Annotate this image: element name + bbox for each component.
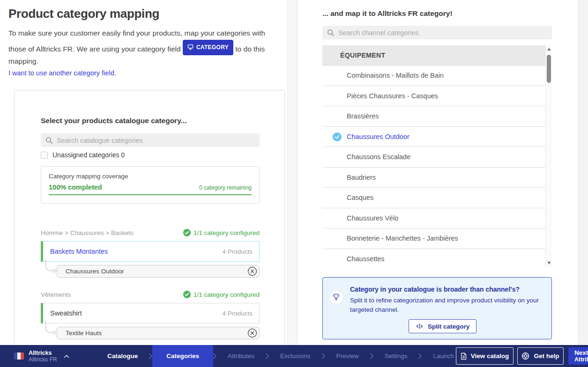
- bottom-navigation-bar: Alltricks Alltricks FR Catalogue Categor…: [0, 345, 588, 367]
- info-box-body: Split it to refine categorization and im…: [350, 296, 552, 315]
- chevron-up-icon: [64, 354, 69, 358]
- get-help-label: Get help: [534, 352, 559, 360]
- status-badge: 1/1 category configured: [183, 229, 260, 236]
- search-icon: [45, 137, 53, 144]
- channel-category-item[interactable]: Pièces Chaussures - Casques: [322, 86, 545, 107]
- catalogue-category-name: Sweatshirt: [50, 309, 82, 317]
- get-help-button[interactable]: Get help: [517, 347, 564, 365]
- chevron-right-icon: [322, 353, 325, 359]
- category-mapping-page: Product category mapping To make sure yo…: [0, 0, 588, 367]
- channel-category-item[interactable]: Bonneterie - Manchettes - Jambières: [322, 228, 545, 249]
- mapping-connector: [45, 259, 55, 271]
- brand-name: Alltricks: [29, 350, 57, 356]
- channel-category-item[interactable]: Chaussures Vélo: [322, 208, 545, 229]
- channel-list-scrollbar[interactable]: [545, 45, 552, 267]
- lightbulb-icon-circle: [329, 290, 343, 304]
- channel-category-label: Chaussures Outdoor: [347, 133, 409, 140]
- catalogue-search-input[interactable]: [57, 137, 255, 144]
- catalogue-category-row[interactable]: Baskets Montantes 4 Products: [41, 241, 260, 262]
- scrollbar-thumb[interactable]: [547, 55, 551, 83]
- chevron-right-icon: [370, 353, 373, 359]
- document-icon: [461, 352, 467, 360]
- catalogue-search[interactable]: [41, 133, 260, 147]
- mapping-connector: [45, 321, 55, 333]
- step-catalogue[interactable]: Catalogue: [96, 352, 149, 360]
- view-catalog-label: View catalog: [471, 352, 509, 360]
- catalogue-category-card: Select your products catalogue category.…: [14, 90, 285, 352]
- lifebuoy-icon: [521, 352, 529, 360]
- close-circle-icon: [247, 266, 257, 276]
- coverage-title: Category mapping coverage: [49, 173, 252, 180]
- coverage-card: Category mapping coverage 100% completed…: [41, 166, 260, 204]
- chevron-right-icon: [149, 353, 152, 359]
- chevron-right-icon: [266, 353, 269, 359]
- view-catalog-button[interactable]: View catalog: [456, 347, 514, 365]
- left-panel: Product category mapping To make sure yo…: [0, 0, 297, 345]
- split-category-info-box: Category in your catalogue is broader th…: [322, 277, 552, 339]
- chevron-right-icon: [213, 353, 216, 359]
- channel-category-group-header[interactable]: ÉQUIPEMENT: [322, 45, 545, 66]
- check-circle-icon: [183, 291, 191, 298]
- unassigned-filter: Unassigned categories 0: [41, 151, 125, 159]
- unassigned-checkbox[interactable]: [41, 152, 48, 159]
- brand-channel: Alltricks FR: [29, 356, 57, 363]
- category-group: Homme > Chaussures > Baskets 1/1 categor…: [41, 229, 260, 278]
- channel-category-item[interactable]: Casques: [322, 188, 545, 208]
- status-text: 1/1 category configured: [194, 291, 260, 298]
- mapped-category-chip: Chaussures Outdoor: [57, 265, 260, 278]
- channel-switcher[interactable]: Alltricks Alltricks FR: [14, 345, 69, 367]
- channel-search-input[interactable]: [338, 29, 547, 37]
- channel-category-item[interactable]: Combinaisons - Maillots de Bain: [322, 66, 545, 86]
- split-category-label: Split category: [428, 323, 469, 330]
- channel-category-item[interactable]: Brassières: [322, 106, 545, 127]
- intro-text: To make sure your customer easily find y…: [8, 27, 283, 68]
- mapping-connector-dot: [53, 269, 56, 272]
- remove-mapping-button[interactable]: [247, 328, 257, 338]
- channel-category-item[interactable]: Baudriers: [322, 168, 545, 188]
- split-icon: [416, 323, 424, 330]
- channel-category-item[interactable]: Chaussettes: [322, 249, 545, 267]
- selected-check-icon: [333, 132, 342, 141]
- step-settings[interactable]: Settings: [373, 352, 419, 360]
- page-title: Product category mapping: [8, 7, 159, 21]
- status-badge: 1/1 category configured: [183, 291, 260, 298]
- left-panel-scrollbar-track[interactable]: [287, 0, 297, 345]
- mapping-connector-dot: [53, 331, 56, 334]
- step-preview[interactable]: Preview: [325, 352, 370, 360]
- products-count: 4 Products: [222, 248, 253, 255]
- wizard-steps: Catalogue Categories Attributes Exclusio…: [96, 345, 465, 367]
- mapped-category-label: Textile Hauts: [66, 330, 102, 337]
- check-circle-icon: [183, 229, 191, 236]
- change-category-field-link[interactable]: I want to use another category field.: [8, 69, 116, 77]
- next-step-target: Attributes: [574, 356, 588, 363]
- channel-category-item[interactable]: Chaussons Escalade: [322, 147, 545, 168]
- mapped-category-chip: Textile Hauts: [57, 327, 260, 339]
- status-text: 1/1 category configured: [194, 229, 260, 236]
- category-group: Vêtements 1/1 category configured Sweats…: [41, 291, 260, 339]
- remove-mapping-button[interactable]: [247, 266, 257, 276]
- breadcrumb: Homme > Chaussures > Baskets: [41, 229, 134, 236]
- step-categories[interactable]: Categories: [152, 345, 213, 367]
- category-field-badge-label: CATEGORY: [196, 41, 229, 54]
- next-step-button[interactable]: Next: Attributes: [568, 347, 588, 365]
- category-field-icon: [187, 44, 194, 50]
- scroll-up-arrow-icon[interactable]: [547, 48, 551, 51]
- catalogue-category-row[interactable]: Sweatshirt 4 Products: [41, 303, 260, 323]
- page-scrollbar-track[interactable]: [578, 0, 588, 345]
- channel-category-item-selected[interactable]: Chaussures Outdoor: [322, 127, 545, 147]
- catalogue-category-name: Baskets Montantes: [50, 248, 108, 255]
- chevron-right-icon: [418, 353, 422, 359]
- coverage-completed: 100% completed: [49, 184, 102, 191]
- step-exclusions[interactable]: Exclusions: [269, 352, 322, 360]
- next-step-label: Next:: [574, 349, 588, 356]
- coverage-progress-bar: [49, 194, 252, 195]
- split-category-button[interactable]: Split category: [409, 319, 476, 333]
- unassigned-label: Unassigned categories 0: [52, 151, 125, 159]
- scroll-down-arrow-icon[interactable]: [547, 262, 551, 264]
- step-attributes[interactable]: Attributes: [216, 352, 266, 360]
- channel-search[interactable]: [322, 26, 552, 39]
- products-count: 4 Products: [222, 310, 253, 317]
- category-field-badge[interactable]: CATEGORY: [183, 40, 233, 56]
- right-panel: ... and map it to Alltricks FR category!…: [298, 0, 578, 345]
- breadcrumb: Vêtements: [41, 291, 71, 298]
